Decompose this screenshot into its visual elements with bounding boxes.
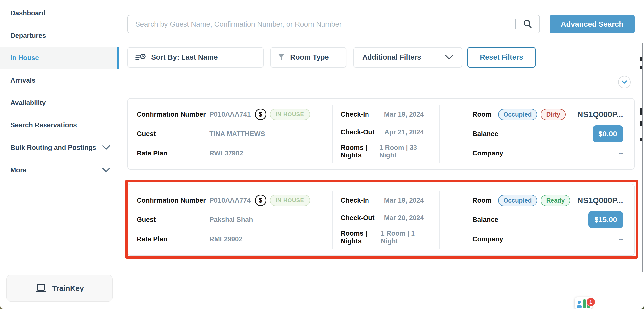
card-dates-column: Check-In Mar 19, 2024 Check-Out Mar 20, … xyxy=(333,184,439,255)
check-in-label: Check-In xyxy=(341,197,369,204)
check-out-label: Check-Out xyxy=(341,128,375,136)
card-dates-column: Check-In Mar 19, 2024 Check-Out Apr 21, … xyxy=(333,99,439,169)
card-room-column: Room Occupied Dirty NS1Q000P... Balance … xyxy=(440,99,634,169)
search-row: Advanced Search xyxy=(127,15,634,33)
balance-button[interactable]: $15.00 xyxy=(588,211,623,228)
clipped-text-fragment xyxy=(640,121,642,126)
check-in-row: Check-In Mar 19, 2024 xyxy=(341,194,424,206)
check-in-date: Mar 19, 2024 xyxy=(384,111,424,118)
sidebar-item-label: Dashboard xyxy=(10,10,46,17)
section-divider xyxy=(127,82,624,82)
sidebar-item-departures[interactable]: Departures xyxy=(0,24,119,47)
guest-label: Guest xyxy=(137,216,209,224)
guest-name: Pakshal Shah xyxy=(209,216,253,224)
search-icon[interactable] xyxy=(523,20,532,29)
rate-plan-row: Rate Plan RML29902 xyxy=(137,233,328,245)
rooms-nights-value: 1 Room | 1 Night xyxy=(381,230,424,245)
rate-plan-row: Rate Plan RWL37902 xyxy=(137,147,328,159)
sidebar-item-more[interactable]: More xyxy=(0,159,119,181)
sidebar-item-availability[interactable]: Availability xyxy=(0,92,119,114)
guest-label: Guest xyxy=(137,130,209,138)
company-value: -- xyxy=(619,150,623,157)
search-input[interactable] xyxy=(135,20,508,28)
company-value: -- xyxy=(619,235,623,243)
trainkey-label: TrainKey xyxy=(52,284,84,292)
occupied-status-pill: Occupied xyxy=(498,195,537,206)
reset-filters-button[interactable]: Reset Filters xyxy=(468,47,536,68)
filter-funnel-icon xyxy=(278,54,285,62)
rate-plan-label: Rate Plan xyxy=(137,150,209,157)
check-out-row: Check-Out Mar 20, 2024 xyxy=(341,212,424,224)
balance-row: Balance $15.00 xyxy=(472,211,623,228)
rooms-nights-row: Rooms | Nights 1 Room | 1 Night xyxy=(341,230,424,245)
balance-row: Balance $0.00 xyxy=(472,125,623,142)
sidebar-item-label: More xyxy=(10,166,26,174)
check-out-label: Check-Out xyxy=(341,214,375,222)
sidebar-item-dashboard[interactable]: Dashboard xyxy=(0,2,119,24)
app-window: Dashboard Departures In House Arrivals A… xyxy=(0,0,644,309)
in-house-status-badge: IN HOUSE xyxy=(270,109,310,120)
balance-button[interactable]: $0.00 xyxy=(592,125,623,142)
sort-by-dropdown[interactable]: Sort By: Last Name xyxy=(127,47,264,68)
housekeeping-status-pill: Ready xyxy=(540,195,570,206)
filter-row: Sort By: Last Name Room Type Additional … xyxy=(127,47,634,68)
company-row: Company -- xyxy=(472,147,623,159)
room-number: NS1Q000P... xyxy=(577,196,623,205)
company-row: Company -- xyxy=(472,233,623,245)
clipped-right-content xyxy=(638,43,644,309)
check-in-label: Check-In xyxy=(341,111,369,118)
guest-row: Guest TINA MATTHEWS xyxy=(137,128,328,140)
rate-plan-label: Rate Plan xyxy=(137,235,209,243)
housekeeping-status-pill: Dirty xyxy=(540,109,566,120)
balance-label: Balance xyxy=(472,216,498,224)
rooms-nights-row: Rooms | Nights 1 Room | 33 Night xyxy=(341,144,424,159)
occupied-status-pill: Occupied xyxy=(498,109,537,120)
chevron-down-icon xyxy=(102,168,110,173)
search-box xyxy=(127,15,540,33)
notification-badge: 1 xyxy=(586,297,595,306)
laptop-icon xyxy=(35,284,46,293)
confirmation-value-group: P010AAA774 $ IN HOUSE xyxy=(209,195,310,206)
card-room-column: Room Occupied Ready NS1Q000P... Balance … xyxy=(440,184,634,255)
in-house-status-badge: IN HOUSE xyxy=(270,195,310,206)
check-out-date: Mar 20, 2024 xyxy=(384,214,424,222)
reservation-card[interactable]: Confirmation Number P010AAA774 $ IN HOUS… xyxy=(127,184,634,255)
company-label: Company xyxy=(472,150,503,157)
clipped-text-fragment xyxy=(640,138,642,141)
sidebar-item-bulk-routing[interactable]: Bulk Routing and Postings xyxy=(0,136,119,159)
search-divider xyxy=(516,19,516,29)
chevron-down-icon xyxy=(102,145,110,150)
sidebar-item-search-reservations[interactable]: Search Reservations xyxy=(0,114,119,136)
scrollbar-thumb[interactable] xyxy=(642,43,643,272)
reservation-card-wrap: Confirmation Number P010AAA774 $ IN HOUS… xyxy=(127,184,634,255)
folio-dollar-icon[interactable]: $ xyxy=(255,195,266,206)
logo-bar xyxy=(583,299,586,308)
confirmation-row: Confirmation Number P010AAA741 $ IN HOUS… xyxy=(137,109,328,120)
check-in-date: Mar 19, 2024 xyxy=(384,197,424,204)
sidebar-item-arrivals[interactable]: Arrivals xyxy=(0,69,119,92)
balance-label: Balance xyxy=(472,130,498,138)
rate-plan-value: RML29902 xyxy=(209,235,243,243)
room-type-dropdown[interactable]: Room Type xyxy=(270,47,346,68)
reservation-card[interactable]: Confirmation Number P010AAA741 $ IN HOUS… xyxy=(127,98,634,170)
room-number: NS1Q000P... xyxy=(577,110,623,119)
rooms-nights-value: 1 Room | 33 Night xyxy=(380,144,424,159)
confirmation-label: Confirmation Number xyxy=(137,197,209,204)
sidebar: Dashboard Departures In House Arrivals A… xyxy=(0,1,119,309)
room-type-label: Room Type xyxy=(290,53,329,62)
sidebar-item-label: Availability xyxy=(10,99,46,107)
company-label: Company xyxy=(472,235,503,243)
room-row: Room Occupied Ready NS1Q000P... xyxy=(472,194,623,206)
check-out-row: Check-Out Apr 21, 2024 xyxy=(341,126,424,138)
trainkey-button[interactable]: TrainKey xyxy=(6,275,113,301)
check-in-row: Check-In Mar 19, 2024 xyxy=(341,109,424,120)
guest-name: TINA MATTHEWS xyxy=(209,130,265,138)
folio-dollar-icon[interactable]: $ xyxy=(255,109,266,120)
sidebar-item-in-house[interactable]: In House xyxy=(0,47,119,69)
collapse-chevron-button[interactable] xyxy=(618,76,630,88)
confirmation-label: Confirmation Number xyxy=(137,111,209,118)
confirmation-row: Confirmation Number P010AAA774 $ IN HOUS… xyxy=(137,194,328,206)
advanced-search-button[interactable]: Advanced Search xyxy=(550,15,634,33)
additional-filters-dropdown[interactable]: Additional Filters xyxy=(353,47,462,68)
sidebar-item-label: Arrivals xyxy=(10,77,36,84)
